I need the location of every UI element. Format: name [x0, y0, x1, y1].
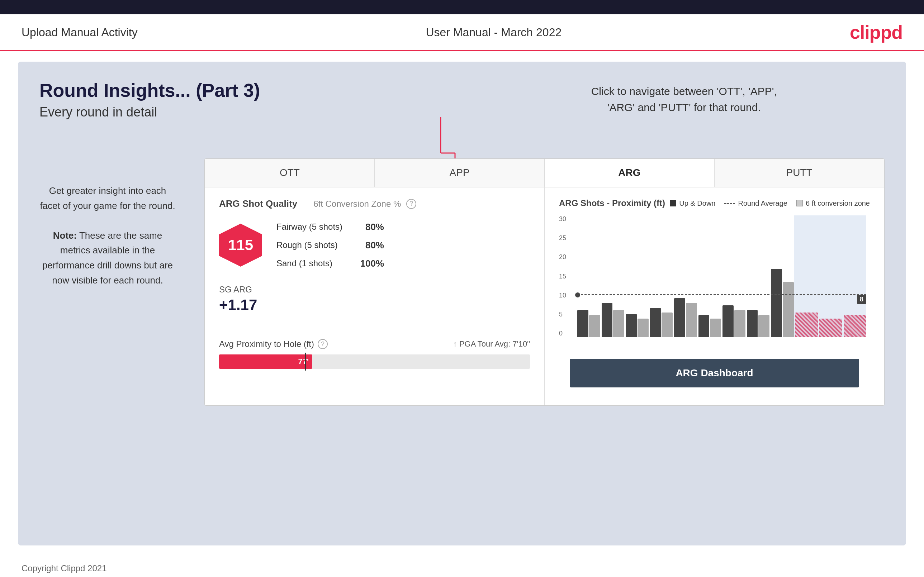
tab-putt[interactable]: PUTT [714, 159, 884, 187]
table-row: Rough (5 shots) 80% [276, 240, 384, 251]
proximity-help-icon[interactable]: ? [318, 339, 328, 349]
panel-left: ARG Shot Quality 6ft Conversion Zone % ?… [205, 187, 544, 405]
arg-dashboard-button[interactable]: ARG Dashboard [570, 359, 859, 387]
chart-y-labels: 0 5 10 15 20 25 30 [559, 215, 573, 337]
hexagon-score-row: 115 Fairway (5 shots) 80% [219, 220, 530, 270]
description-box: Get greater insight into each facet of y… [39, 184, 176, 288]
chart-bar [613, 310, 624, 337]
chart-bar [638, 319, 649, 337]
panel-right: ARG Shots - Proximity (ft) Up & Down Rou… [544, 187, 884, 405]
top-bar [0, 0, 924, 15]
bar-group-1 [577, 215, 600, 337]
chart-bar [710, 319, 721, 337]
main-content: Round Insights... (Part 3) Every round i… [18, 62, 906, 545]
bar-group-7 [722, 215, 745, 337]
highlight-zone [794, 215, 867, 337]
y-label-25: 25 [559, 234, 573, 242]
note-label: Note: [53, 230, 77, 241]
header: Upload Manual Activity User Manual - Mar… [0, 15, 924, 51]
y-label-5: 5 [559, 311, 573, 318]
pct-sand: 100% [359, 258, 384, 269]
shot-label-fairway: Fairway (5 shots) [276, 222, 348, 232]
proximity-header: Avg Proximity to Hole (ft) ? ↑ PGA Tour … [219, 339, 530, 349]
chart-bar [577, 310, 588, 337]
legend-label-roundavg: Round Average [738, 199, 787, 208]
bar-group-2 [602, 215, 625, 337]
hex-container: 115 [219, 220, 262, 270]
chart-bar [747, 310, 758, 337]
table-row: Fairway (5 shots) 80% [276, 221, 384, 232]
chart-title: ARG Shots - Proximity (ft) [559, 198, 665, 208]
bar-group-8 [747, 215, 770, 337]
copyright: Copyright Clippd 2021 [21, 563, 107, 573]
proximity-cursor [305, 353, 306, 371]
sg-label: SG ARG [219, 285, 530, 295]
upload-label[interactable]: Upload Manual Activity [21, 26, 138, 39]
y-label-20: 20 [559, 253, 573, 261]
chart-bar [698, 315, 709, 337]
y-label-0: 0 [559, 330, 573, 337]
panel-body: ARG Shot Quality 6ft Conversion Zone % ?… [205, 187, 884, 405]
chart-bar [650, 308, 661, 337]
hex-shape: 115 [219, 224, 262, 267]
chart-bar [626, 314, 637, 337]
table-row: Sand (1 shots) 100% [276, 258, 384, 269]
bar-group-9 [771, 215, 794, 337]
legend-item-updown: Up & Down [670, 199, 715, 208]
chart-header: ARG Shots - Proximity (ft) Up & Down Rou… [559, 198, 870, 208]
nav-hint: Click to navigate between 'OTT', 'APP', … [462, 83, 906, 115]
chart-bar [686, 303, 697, 337]
y-label-30: 30 [559, 215, 573, 223]
nav-hint-line2: 'ARG' and 'PUTT' for that round. [462, 99, 906, 115]
chart-bar [783, 282, 794, 337]
legend-square-6ft [796, 200, 803, 206]
y-label-10: 10 [559, 292, 573, 299]
section-header: ARG Shot Quality 6ft Conversion Zone % ? [219, 198, 530, 209]
chart-legend: Up & Down Round Average 6 ft conversion … [670, 199, 870, 208]
conversion-title: 6ft Conversion Zone % [313, 199, 401, 209]
doc-title: User Manual - March 2022 [426, 26, 562, 39]
bar-group-3 [626, 215, 649, 337]
y-label-15: 15 [559, 273, 573, 280]
tab-bar: OTT APP ARG PUTT [205, 159, 884, 187]
chart-bar [662, 313, 673, 337]
chart-bar [734, 310, 745, 337]
shot-label-sand: Sand (1 shots) [276, 258, 348, 268]
reference-dot [575, 292, 580, 297]
sg-value: +1.17 [219, 297, 530, 314]
bar-group-5 [674, 215, 697, 337]
chart-bar [602, 303, 613, 337]
hex-number: 115 [228, 237, 253, 254]
proximity-bar-fill: 77' [219, 355, 312, 369]
nav-hint-line1: Click to navigate between 'OTT', 'APP', [462, 83, 906, 99]
tab-app[interactable]: APP [375, 159, 544, 187]
help-icon[interactable]: ? [406, 199, 416, 209]
reference-line: 8 [577, 294, 866, 304]
proximity-section: Avg Proximity to Hole (ft) ? ↑ PGA Tour … [219, 328, 530, 369]
legend-label-updown: Up & Down [679, 199, 715, 208]
dashboard-panel: OTT APP ARG PUTT ARG Shot Quality 6ft Co… [204, 158, 885, 406]
reference-label: 8 [857, 295, 866, 304]
chart-area: 0 5 10 15 20 25 30 8 [559, 215, 870, 351]
proximity-bar: 77' [219, 355, 530, 369]
chart-bar [589, 315, 600, 337]
footer: Copyright Clippd 2021 [0, 556, 924, 577]
description-text: Get greater insight into each facet of y… [40, 185, 175, 211]
bar-group-4 [650, 215, 673, 337]
pga-avg: ↑ PGA Tour Avg: 7'10" [453, 339, 530, 349]
proximity-value: 77' [298, 357, 309, 366]
tab-arg[interactable]: ARG [544, 159, 715, 187]
proximity-title: Avg Proximity to Hole (ft) ? [219, 339, 328, 349]
tab-ott[interactable]: OTT [205, 159, 375, 187]
chart-bar [758, 315, 769, 337]
pct-rough: 80% [359, 240, 384, 251]
legend-dashed-roundavg [724, 203, 735, 204]
clippd-logo: clippd [850, 21, 903, 43]
legend-item-6ft: 6 ft conversion zone [796, 199, 870, 208]
chart-bar [722, 305, 733, 337]
pct-fairway: 80% [359, 221, 384, 232]
shot-quality-title: ARG Shot Quality [219, 198, 297, 209]
legend-item-roundavg: Round Average [724, 199, 787, 208]
legend-square-updown [670, 200, 676, 206]
proximity-label: Avg Proximity to Hole (ft) [219, 339, 314, 349]
